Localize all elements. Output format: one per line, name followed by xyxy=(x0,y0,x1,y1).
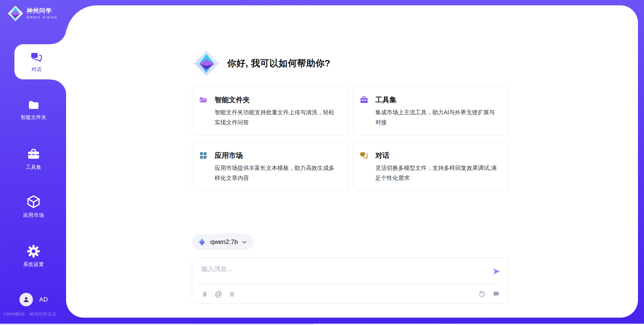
sidebar-item-toolset[interactable]: 工具集 xyxy=(10,148,57,171)
model-diamond-icon xyxy=(198,238,207,247)
gear-icon xyxy=(26,244,41,258)
briefcase-icon xyxy=(360,95,369,105)
card-description: 智能文件夹功能支持批量文件上传与清洗，轻松实现文件问答 xyxy=(215,108,339,128)
sidebar-item-settings[interactable]: 系统设置 xyxy=(10,244,57,268)
chevron-down-icon xyxy=(241,239,247,245)
card-title: 对话 xyxy=(375,151,389,160)
greeting-text: 你好, 我可以如何帮助你? xyxy=(227,57,330,69)
sidebar-item-label: 工具集 xyxy=(26,164,42,171)
brand-subtitle: Smart Vision xyxy=(26,15,57,19)
app-logo: 神州问学 Smart Vision xyxy=(7,5,57,21)
sidebar-item-label: 智能文件夹 xyxy=(20,114,47,121)
card-smart-folder[interactable]: 智能文件夹 智能文件夹功能支持批量文件上传与清洗，轻松实现文件问答 xyxy=(192,87,348,135)
tab-curve-bottom xyxy=(51,79,66,95)
composer-toolbar: @ xyxy=(201,285,500,304)
horizontal-scrollbar[interactable] xyxy=(0,324,644,325)
card-title: 工具集 xyxy=(375,95,396,105)
avatar xyxy=(19,293,33,306)
sidebar-item-label: 系统设置 xyxy=(23,261,44,268)
scrollbar-thumb[interactable] xyxy=(0,324,314,325)
app-root: { "brand": { "name": "神州问学", "subtitle":… xyxy=(0,0,644,325)
folder-open-icon xyxy=(199,95,208,105)
brand-diamond-icon xyxy=(194,50,220,76)
card-description: 应用市场提供丰富长文本模板，助力高效生成多样化文章内容 xyxy=(215,163,339,183)
send-icon[interactable] xyxy=(492,267,501,276)
chat-icon xyxy=(30,51,43,64)
composer-toolbar-right xyxy=(478,290,500,298)
card-chat[interactable]: 对话 灵活切换多模型文件，支持多样回复效果调试,满足个性化需求 xyxy=(353,142,509,191)
grid-icon xyxy=(199,151,208,160)
brand-name: 神州问学 xyxy=(26,7,57,14)
card-description: 灵活切换多模型文件，支持多样回复效果调试,满足个性化需求 xyxy=(375,163,500,183)
sidebar-item-smart-folder[interactable]: 智能文件夹 xyxy=(10,99,57,121)
card-description: 集成市场上主流工具，助力AI与外界无缝扩展与对接 xyxy=(375,108,500,128)
attachment-icon[interactable] xyxy=(201,291,208,298)
main-content-area: 你好, 我可以如何帮助你? 智能文件夹 智能文件夹功能支持批量文件上传与清洗，轻… xyxy=(66,5,638,318)
card-toolset[interactable]: 工具集 集成市场上主流工具，助力AI与外界无缝扩展与对接 xyxy=(353,87,509,135)
greeting-block: 你好, 我可以如何帮助你? xyxy=(194,50,330,76)
card-title: 应用市场 xyxy=(215,151,243,160)
tab-curve-top xyxy=(51,29,66,44)
topic-grid-icon[interactable] xyxy=(228,291,235,298)
feedback-bubble-icon[interactable] xyxy=(492,290,500,298)
message-input[interactable] xyxy=(192,258,508,284)
cube-icon xyxy=(26,194,41,209)
chat-icon xyxy=(360,151,369,160)
user-initials: AD xyxy=(39,296,48,303)
feature-cards-grid: 智能文件夹 智能文件夹功能支持批量文件上传与清洗，轻松实现文件问答 工具集 集成… xyxy=(192,87,509,191)
briefcase-icon xyxy=(27,148,40,161)
user-profile[interactable]: AD xyxy=(19,293,48,306)
model-name: qwen2:7b xyxy=(210,238,238,246)
sidebar-item-chat[interactable]: 对话 xyxy=(14,44,67,79)
mention-icon[interactable]: @ xyxy=(215,290,222,298)
folder-icon xyxy=(28,99,40,111)
sidebar-item-label: 应用市场 xyxy=(23,212,44,218)
card-app-market[interactable]: 应用市场 应用市场提供丰富长文本模板，助力高效生成多样化文章内容 xyxy=(192,142,348,191)
sidebar-item-label: 对话 xyxy=(32,66,42,73)
copyright-footer: ©神州数码 · 神州问学出品 xyxy=(3,311,56,317)
card-title: 智能文件夹 xyxy=(215,95,250,105)
model-selector[interactable]: qwen2:7b xyxy=(192,234,254,250)
message-composer: @ xyxy=(192,258,508,304)
history-icon[interactable] xyxy=(478,290,486,298)
logo-diamond-icon xyxy=(7,5,23,21)
sidebar-item-app-market[interactable]: 应用市场 xyxy=(10,194,57,218)
